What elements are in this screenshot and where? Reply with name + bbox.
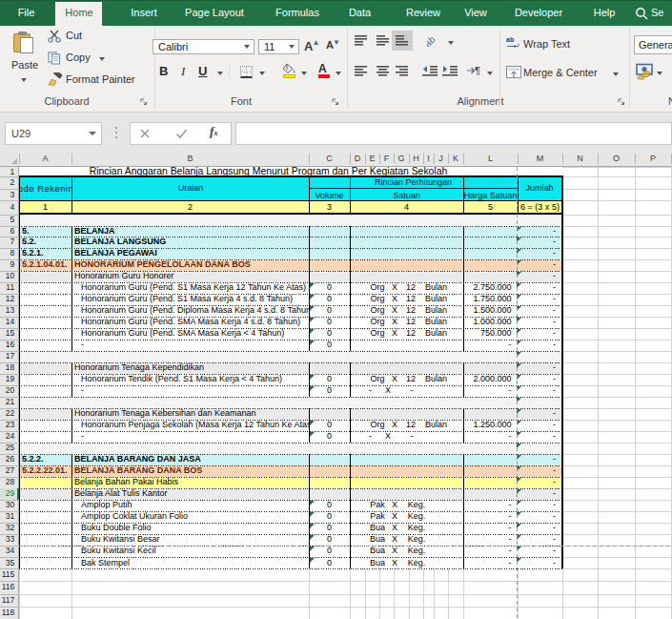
svg-text:¶: ¶ (475, 65, 480, 76)
svg-text:ab: ab (506, 36, 514, 43)
